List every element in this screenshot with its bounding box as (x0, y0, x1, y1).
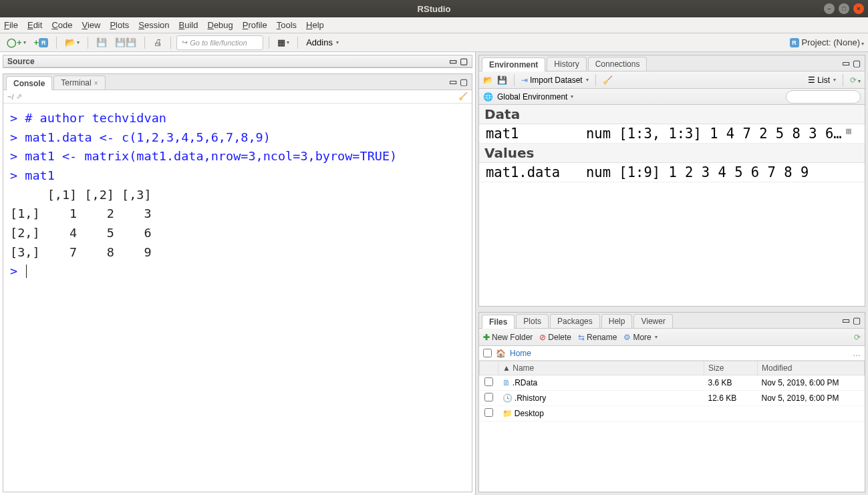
tab-files[interactable]: Files (482, 315, 515, 329)
tab-environment[interactable]: Environment (482, 57, 545, 71)
tab-viewer[interactable]: Viewer (633, 314, 672, 328)
environment-pane: Environment History Connections ▭ ▢ 📂 💾 … (478, 55, 865, 307)
file-checkbox[interactable] (484, 393, 493, 401)
clear-workspace-button[interactable]: 🧹 (603, 75, 613, 85)
refresh-files-button[interactable]: ⟳ (854, 333, 861, 342)
home-icon[interactable]: 🏠 (496, 349, 506, 358)
environment-tabset: Environment History Connections ▭ ▢ (479, 55, 865, 71)
tab-console[interactable]: Console (6, 76, 52, 90)
window-maximize-button[interactable]: □ (839, 3, 849, 14)
file-checkbox[interactable] (484, 377, 493, 386)
new-project-button[interactable]: +R (31, 35, 51, 50)
pane-minimize-icon[interactable]: ▭ (449, 77, 457, 87)
menubar: File Edit Code View Plots Session Build … (0, 17, 868, 33)
env-row[interactable]: mat1num [1:3, 1:3] 1 4 7 2 5 8 3 6…▦ (479, 124, 865, 144)
window-title: RStudio (418, 4, 451, 14)
menu-file[interactable]: File (4, 20, 18, 30)
environment-list: Datamat1num [1:3, 1:3] 1 4 7 2 5 8 3 6…▦… (479, 105, 865, 306)
menu-help[interactable]: Help (306, 20, 324, 30)
save-button[interactable]: 💾 (94, 35, 110, 50)
save-workspace-button[interactable]: 💾 (497, 75, 507, 85)
environment-search-input[interactable] (786, 90, 861, 104)
tab-connections[interactable]: Connections (588, 57, 647, 71)
pane-minimize-icon[interactable]: ▭ (449, 56, 457, 66)
refresh-button[interactable]: ⟳▾ (850, 75, 861, 85)
files-breadcrumb: 🏠 Home … (479, 346, 865, 361)
menu-view[interactable]: View (82, 20, 100, 30)
menu-plots[interactable]: Plots (110, 20, 129, 30)
window-minimize-button[interactable]: – (824, 3, 835, 14)
tab-packages[interactable]: Packages (550, 314, 600, 328)
go-to-file-input[interactable]: ↪Go to file/function (176, 35, 263, 50)
main-toolbar: ◯+▾ +R 📂▾ 💾 💾💾 🖨 ↪Go to file/function ▦▾… (0, 33, 868, 52)
source-pane: Source ▭ ▢ (3, 55, 472, 68)
console-path-bar: ~/ ⇗ 🧹 (3, 90, 472, 104)
menu-session[interactable]: Session (138, 20, 169, 30)
addins-dropdown[interactable]: Addins▾ (303, 35, 341, 50)
menu-build[interactable]: Build (179, 20, 198, 30)
select-all-checkbox[interactable] (483, 349, 492, 357)
tab-plots[interactable]: Plots (516, 314, 549, 328)
load-workspace-button[interactable]: 📂 (483, 75, 493, 85)
tab-history[interactable]: History (547, 57, 586, 71)
print-button[interactable]: 🖨 (150, 35, 165, 50)
r-logo-icon: R (790, 38, 799, 47)
new-file-button[interactable]: ◯+▾ (4, 35, 29, 50)
console-working-dir: ~/ (7, 93, 13, 101)
pane-minimize-icon[interactable]: ▭ (842, 58, 850, 68)
file-checkbox[interactable] (484, 408, 493, 417)
more-dropdown[interactable]: ⚙ More▾ (623, 333, 657, 342)
console-output[interactable]: > # author techvidvan > mat1.data <- c(1… (3, 104, 472, 492)
file-table: ▲ Name Size Modified 🗎 .RData3.6 KBNov 5… (479, 361, 865, 492)
breadcrumb-home[interactable]: Home (510, 349, 531, 358)
rename-file-button[interactable]: ⇆ Rename (578, 333, 617, 342)
open-dir-icon[interactable]: ⇗ (16, 92, 22, 101)
window-close-button[interactable]: × (853, 3, 864, 14)
environment-scope-dropdown[interactable]: Global Environment▾ (497, 92, 573, 102)
env-section-header: Values (479, 144, 865, 163)
clear-console-icon[interactable]: 🧹 (458, 92, 468, 101)
pane-maximize-icon[interactable]: ▢ (460, 77, 468, 87)
env-section-header: Data (479, 105, 865, 124)
env-row[interactable]: mat1.datanum [1:9] 1 2 3 4 5 6 7 8 9 (479, 163, 865, 182)
source-pane-title: Source (7, 57, 35, 66)
files-pane: Files Plots Packages Help Viewer ▭ ▢ ✚ N… (478, 312, 865, 492)
pane-maximize-icon[interactable]: ▢ (460, 56, 468, 66)
more-path-button[interactable]: … (853, 349, 861, 358)
open-file-button[interactable]: 📂▾ (62, 35, 82, 50)
menu-tools[interactable]: Tools (277, 20, 297, 30)
grid-icon[interactable]: ▦ (846, 126, 858, 142)
console-pane: Console Terminal× ▭ ▢ ~/ ⇗ 🧹 > # author … (3, 73, 472, 492)
menu-debug[interactable]: Debug (208, 20, 233, 30)
tab-help[interactable]: Help (601, 314, 633, 328)
file-row[interactable]: 🗎 .RData3.6 KBNov 5, 2019, 6:00 PM (480, 375, 865, 391)
menu-edit[interactable]: Edit (27, 20, 42, 30)
pane-maximize-icon[interactable]: ▢ (853, 58, 861, 68)
file-row[interactable]: 📁 Desktop (480, 406, 865, 422)
pane-maximize-icon[interactable]: ▢ (853, 315, 861, 325)
files-tabset: Files Plots Packages Help Viewer ▭ ▢ (479, 313, 865, 329)
project-dropdown[interactable]: Project: (None)▾ (802, 37, 864, 47)
column-modified[interactable]: Modified (758, 361, 865, 375)
menu-code[interactable]: Code (51, 20, 72, 30)
view-mode-dropdown[interactable]: ☰ List▾ (808, 75, 836, 85)
menu-profile[interactable]: Profile (243, 20, 267, 30)
close-icon[interactable]: × (94, 79, 98, 87)
r-globe-icon: 🌐 (483, 92, 493, 102)
grid-view-button[interactable]: ▦▾ (275, 35, 292, 50)
file-row[interactable]: 🕓 .Rhistory12.6 KBNov 5, 2019, 6:00 PM (480, 391, 865, 406)
save-all-button[interactable]: 💾💾 (112, 35, 139, 50)
column-name[interactable]: ▲ Name (498, 361, 704, 375)
console-tabset: Console Terminal× ▭ ▢ (3, 74, 472, 90)
titlebar: RStudio – □ × (0, 0, 868, 17)
new-folder-button[interactable]: ✚ New Folder (483, 333, 533, 342)
delete-file-button[interactable]: ⊘ Delete (539, 333, 571, 342)
pane-minimize-icon[interactable]: ▭ (842, 315, 850, 325)
import-dataset-dropdown[interactable]: ⇥ Import Dataset▾ (521, 75, 589, 85)
column-size[interactable]: Size (704, 361, 758, 375)
tab-terminal[interactable]: Terminal× (53, 75, 105, 90)
